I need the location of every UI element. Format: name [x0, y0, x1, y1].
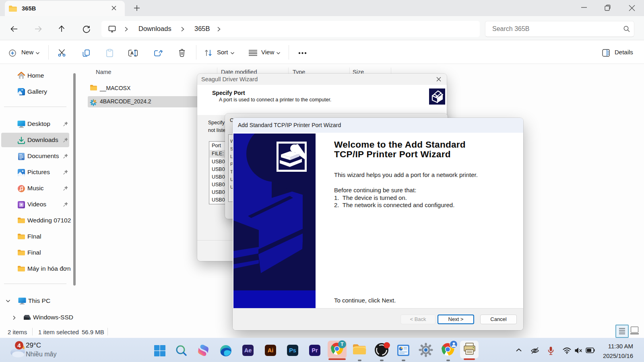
svg-text:4: 4 [17, 342, 21, 349]
svg-text:A: A [130, 51, 134, 56]
